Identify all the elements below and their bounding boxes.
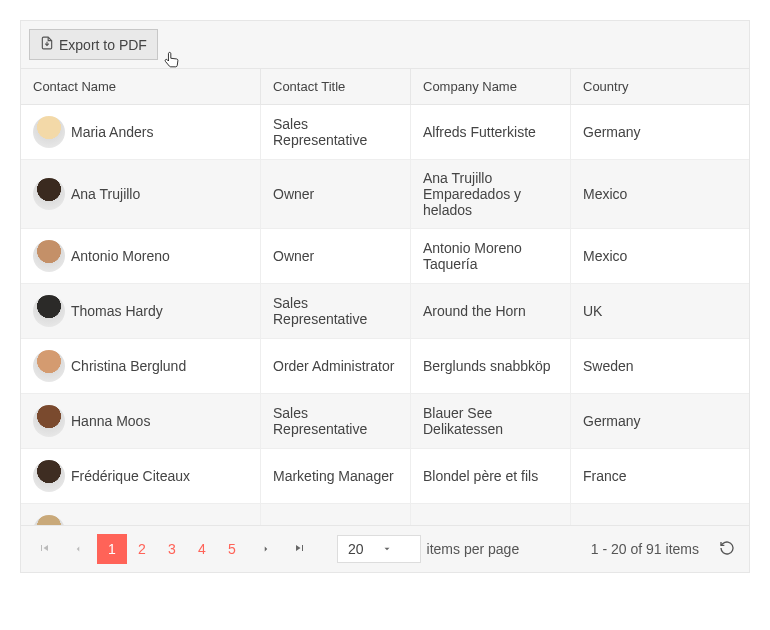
cell-contact-name: Hanna Moos [21, 394, 261, 448]
contact-name-text: Antonio Moreno [71, 248, 170, 264]
table-row[interactable]: Bólido Comidas [21, 504, 749, 525]
chevron-right-icon [261, 541, 271, 557]
page-size-select[interactable]: 20 [337, 535, 421, 563]
table-row[interactable]: Thomas HardySales RepresentativeAround t… [21, 284, 749, 339]
chevron-left-icon [73, 541, 83, 557]
table-row[interactable]: Ana TrujilloOwnerAna Trujillo Emparedado… [21, 160, 749, 229]
pager-last-button[interactable] [285, 534, 315, 564]
column-header-company[interactable]: Company Name [411, 69, 571, 104]
cell-country: Mexico [571, 229, 749, 283]
contact-name-text: Thomas Hardy [71, 303, 163, 319]
seek-first-icon [38, 541, 50, 557]
cell-contact-title: Owner [261, 229, 411, 283]
cell-contact-name: Ana Trujillo [21, 160, 261, 228]
column-header-title[interactable]: Contact Title [261, 69, 411, 104]
grid-toolbar: Export to PDF [21, 21, 749, 69]
export-pdf-button[interactable]: Export to PDF [29, 29, 158, 60]
cell-contact-name: Antonio Moreno [21, 229, 261, 283]
grid-pager: 12345 20 items per page 1 - 20 of 91 ite… [21, 525, 749, 572]
page-size-value: 20 [348, 541, 364, 557]
cell-company-name: Blondel père et fils [411, 449, 571, 503]
contact-name-text: Maria Anders [71, 124, 153, 140]
cell-country: Mexico [571, 160, 749, 228]
avatar [33, 515, 65, 525]
refresh-button[interactable] [713, 535, 741, 563]
pager-page-2[interactable]: 2 [127, 534, 157, 564]
cell-contact-title [261, 504, 411, 525]
avatar [33, 460, 65, 492]
column-header-name[interactable]: Contact Name [21, 69, 261, 104]
contact-name-text: Ana Trujillo [71, 186, 140, 202]
contact-name-text: Hanna Moos [71, 413, 150, 429]
cell-country: Sweden [571, 339, 749, 393]
seek-last-icon [294, 541, 306, 557]
data-grid: Export to PDF Contact Name Contact Title… [20, 20, 750, 573]
cell-contact-title: Order Administrator [261, 339, 411, 393]
pager-page-4[interactable]: 4 [187, 534, 217, 564]
cell-contact-title: Owner [261, 160, 411, 228]
cell-contact-title: Sales Representative [261, 284, 411, 338]
pager-first-button[interactable] [29, 534, 59, 564]
cell-contact-name: Thomas Hardy [21, 284, 261, 338]
cell-country: Germany [571, 105, 749, 159]
cell-company-name: Ana Trujillo Emparedados y helados [411, 160, 571, 228]
cell-company-name: Blauer See Delikatessen [411, 394, 571, 448]
cell-contact-title: Sales Representative [261, 105, 411, 159]
caret-down-icon [382, 541, 392, 557]
pager-prev-button[interactable] [63, 534, 93, 564]
cell-country: France [571, 449, 749, 503]
avatar [33, 116, 65, 148]
refresh-icon [719, 540, 735, 559]
table-row[interactable]: Antonio MorenoOwnerAntonio Moreno Taquer… [21, 229, 749, 284]
avatar [33, 350, 65, 382]
cell-contact-title: Sales Representative [261, 394, 411, 448]
cell-contact-name: Frédérique Citeaux [21, 449, 261, 503]
pager-summary: 1 - 20 of 91 items [591, 541, 699, 557]
cell-company-name: Around the Horn [411, 284, 571, 338]
cell-company-name: Antonio Moreno Taquería [411, 229, 571, 283]
grid-header: Contact Name Contact Title Company Name … [21, 69, 749, 105]
avatar [33, 295, 65, 327]
cell-contact-name: Christina Berglund [21, 339, 261, 393]
cell-company-name: Bólido Comidas [411, 504, 571, 525]
avatar [33, 405, 65, 437]
pager-page-3[interactable]: 3 [157, 534, 187, 564]
cell-company-name: Alfreds Futterkiste [411, 105, 571, 159]
pager-page-1[interactable]: 1 [97, 534, 127, 564]
pager-next-button[interactable] [251, 534, 281, 564]
items-per-page-label: items per page [427, 541, 520, 557]
avatar [33, 240, 65, 272]
cell-country: UK [571, 284, 749, 338]
column-header-country[interactable]: Country [571, 69, 749, 104]
contact-name-text: Frédérique Citeaux [71, 468, 190, 484]
contact-name-text: Christina Berglund [71, 358, 186, 374]
export-pdf-label: Export to PDF [59, 37, 147, 53]
table-row[interactable]: Hanna MoosSales RepresentativeBlauer See… [21, 394, 749, 449]
cell-contact-name [21, 504, 261, 525]
table-row[interactable]: Christina BerglundOrder AdministratorBer… [21, 339, 749, 394]
cell-company-name: Berglunds snabbköp [411, 339, 571, 393]
avatar [33, 178, 65, 210]
table-row[interactable]: Frédérique CiteauxMarketing ManagerBlond… [21, 449, 749, 504]
table-row[interactable]: Maria AndersSales RepresentativeAlfreds … [21, 105, 749, 160]
cell-country: Germany [571, 394, 749, 448]
cell-contact-name: Maria Anders [21, 105, 261, 159]
grid-body[interactable]: Maria AndersSales RepresentativeAlfreds … [21, 105, 749, 525]
cell-country [571, 504, 749, 525]
cell-contact-title: Marketing Manager [261, 449, 411, 503]
pager-page-5[interactable]: 5 [217, 534, 247, 564]
pdf-icon [40, 36, 54, 53]
